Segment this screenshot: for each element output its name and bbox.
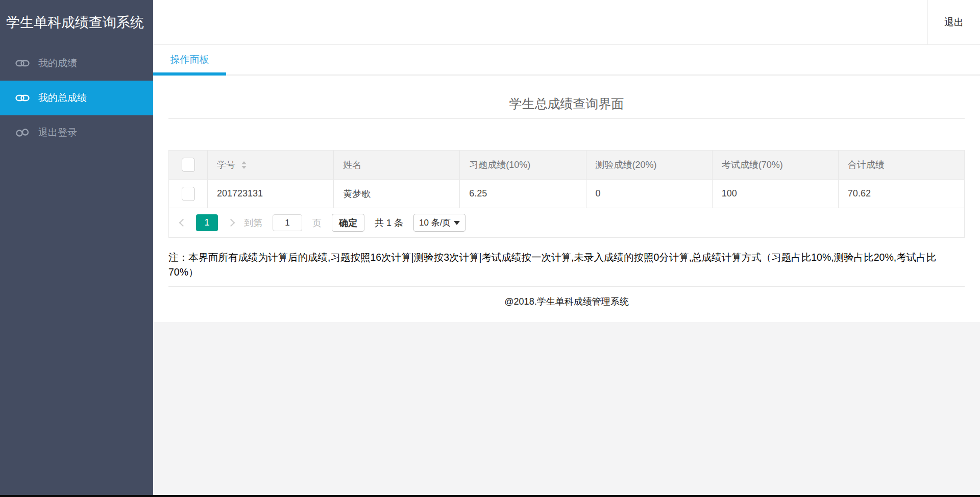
row-checkbox-cell bbox=[169, 180, 207, 208]
page-size-select[interactable]: 10 条/页 bbox=[413, 214, 465, 232]
cell-exercise-score: 6.25 bbox=[459, 180, 585, 208]
app-title: 学生单科成绩查询系统 bbox=[0, 0, 153, 31]
cell-name: 黄梦歌 bbox=[333, 180, 459, 208]
tab-operation-panel[interactable]: 操作面板 bbox=[153, 45, 226, 74]
table-header-row: 学号 姓名 习题成绩(10%) 测验成绩(20%) 考试成绩(70%) 合计成绩 bbox=[169, 151, 964, 179]
column-header-exercise-score: 习题成绩(10%) bbox=[459, 151, 585, 179]
note-text: 注：本界面所有成绩为计算后的成绩,习题按照16次计算|测验按3次计算|考试成绩按… bbox=[168, 250, 965, 280]
sidebar-item-label: 我的成绩 bbox=[38, 57, 77, 70]
page-1-button[interactable]: 1 bbox=[196, 214, 218, 231]
link-icon bbox=[15, 91, 30, 105]
lower-background-area bbox=[153, 322, 980, 495]
select-all-checkbox[interactable] bbox=[182, 158, 195, 172]
sort-icon[interactable] bbox=[241, 161, 247, 169]
column-header-total-score: 合计成绩 bbox=[838, 151, 964, 179]
footer-text: @2018.学生单科成绩管理系统 bbox=[168, 295, 965, 308]
cell-total-score: 70.62 bbox=[838, 180, 964, 208]
page-size-value: 10 条/页 bbox=[419, 217, 451, 229]
chevron-left-icon[interactable] bbox=[179, 219, 187, 227]
chevron-right-icon[interactable] bbox=[227, 219, 235, 227]
caret-down-icon bbox=[454, 221, 460, 225]
goto-page-prefix: 到第 bbox=[244, 217, 262, 229]
pagination-bar: 1 到第 页 确定 共 1 条 10 条/页 bbox=[169, 208, 964, 237]
column-header-exam-score: 考试成绩(70%) bbox=[712, 151, 838, 179]
topbar: 退出 bbox=[153, 0, 980, 45]
footer-divider bbox=[168, 286, 965, 287]
tab-bar: 操作面板 bbox=[153, 45, 980, 76]
sort-desc-icon bbox=[241, 166, 247, 169]
column-header-quiz-score: 测验成绩(20%) bbox=[586, 151, 712, 179]
bottom-edge-strip bbox=[0, 495, 980, 497]
confirm-button[interactable]: 确定 bbox=[332, 214, 364, 232]
sort-asc-icon bbox=[241, 161, 247, 164]
scores-table: 学号 姓名 习题成绩(10%) 测验成绩(20%) 考试成绩(70%) 合计成绩… bbox=[168, 150, 965, 238]
sidebar-menu: 我的成绩 我的总成绩 退出登录 bbox=[0, 46, 153, 150]
header-checkbox-cell bbox=[169, 151, 207, 179]
unlink-icon bbox=[15, 126, 30, 140]
goto-page-input[interactable] bbox=[273, 214, 302, 231]
sidebar-item-logout[interactable]: 退出登录 bbox=[0, 115, 153, 150]
goto-page-suffix: 页 bbox=[312, 217, 322, 229]
logout-button[interactable]: 退出 bbox=[927, 0, 980, 44]
column-header-student-id: 学号 bbox=[207, 151, 333, 179]
page-title: 学生总成绩查询界面 bbox=[168, 96, 965, 111]
main-content: 学生总成绩查询界面 学号 姓名 习题成绩(10%) 测验成绩(20%) 考试成绩… bbox=[153, 76, 980, 322]
sidebar-item-label: 退出登录 bbox=[38, 126, 77, 139]
column-header-name: 姓名 bbox=[333, 151, 459, 179]
tab-label: 操作面板 bbox=[170, 53, 209, 66]
title-divider bbox=[168, 118, 965, 119]
cell-quiz-score: 0 bbox=[586, 180, 712, 208]
link-icon bbox=[15, 56, 30, 70]
total-count: 共 1 条 bbox=[375, 217, 403, 229]
table-row: 201723131 黄梦歌 6.25 0 100 70.62 bbox=[169, 179, 964, 208]
sidebar-item-my-total-scores[interactable]: 我的总成绩 bbox=[0, 81, 153, 115]
cell-student-id: 201723131 bbox=[207, 180, 333, 208]
sidebar-item-my-scores[interactable]: 我的成绩 bbox=[0, 46, 153, 81]
cell-exam-score: 100 bbox=[712, 180, 838, 208]
sidebar-item-label: 我的总成绩 bbox=[38, 91, 87, 105]
row-checkbox[interactable] bbox=[182, 187, 195, 201]
column-header-label: 学号 bbox=[217, 159, 235, 171]
sidebar: 学生单科成绩查询系统 我的成绩 我的总成绩 退出登录 bbox=[0, 0, 153, 495]
